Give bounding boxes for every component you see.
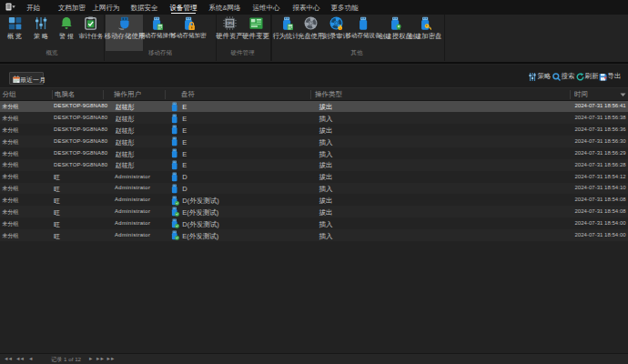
svg-text:CPU: CPU (226, 22, 233, 26)
